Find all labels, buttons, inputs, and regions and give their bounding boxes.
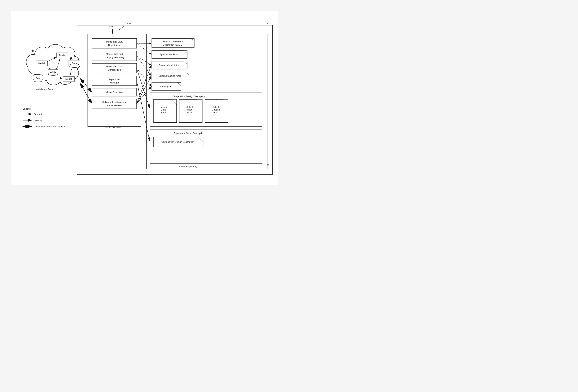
models-data-label: Models and Data: [35, 88, 53, 90]
comp-model-label3: Actor: [187, 111, 193, 114]
module1-label: Model and Data: [106, 40, 123, 43]
cloud-data3: Data: [35, 77, 41, 80]
repo2-label: Splash Data Actor: [159, 53, 178, 56]
legend-used-by: Used by: [34, 119, 42, 122]
cloud-model1: Model: [59, 54, 65, 57]
module6-label: Collaborative Reporting: [102, 100, 126, 103]
svg-rect-12: [92, 51, 136, 61]
svg-rect-13: [92, 63, 136, 73]
repo1-label: Schema and Model: [163, 40, 183, 43]
repo3-label: Splash Model Actor: [159, 64, 179, 67]
legend-title: Legend: [23, 107, 30, 110]
repo5-label: Ontologies: [160, 85, 171, 88]
comp-data-label2: Data: [161, 108, 166, 111]
comp-data-label3: Actor: [160, 111, 166, 114]
splash-modules-label: Splash Modules: [105, 126, 122, 129]
svg-rect-16: [92, 99, 136, 109]
user-label: User: [109, 25, 114, 28]
exp-setup-label: Experiment Setup Description: [174, 132, 204, 134]
comp-data-label: Splash: [159, 105, 167, 108]
svg-rect-18: [151, 39, 194, 47]
cloud-model3: Model: [65, 78, 72, 80]
comp-mapping-label3: Actor: [213, 111, 219, 114]
ref130-label: 130: [265, 22, 269, 25]
comp-mapping-label2: Mapping: [212, 108, 220, 111]
ref120-label: 120: [127, 22, 131, 25]
comp-model-label: Splash: [186, 105, 193, 108]
module5-label: Model Execution: [106, 91, 123, 94]
module4-label: Experiment: [108, 78, 120, 81]
diagram-container: 130 Splash Platform User 120 Splash Modu…: [11, 11, 278, 185]
cloud-model2: Model: [38, 62, 45, 65]
repo4-label: Splash Mapping Actor: [158, 75, 181, 77]
module3-label: Model and Data: [106, 65, 123, 68]
comp-model-label2: Model: [187, 108, 193, 111]
comp-design-desc-label: Composition Design Description: [161, 141, 194, 143]
module6-label2: & Visualization: [107, 104, 122, 107]
svg-rect-11: [92, 39, 136, 48]
comp-mapping-label: Splash: [212, 105, 220, 108]
legend-invocation: Model Invocation/Data Transfer: [34, 125, 66, 128]
repo1-label2: Description (SADL): [163, 43, 183, 46]
module2-label: Model, Data and: [106, 53, 123, 55]
comp-design-label: Composition Design Description: [173, 95, 205, 98]
splash-repository-label: Splash Repository: [178, 165, 197, 168]
module4-label2: Manager: [110, 81, 119, 84]
ref110-label: 110: [30, 50, 34, 52]
module3-label2: Composition: [108, 69, 121, 71]
legend-generates: Generates: [34, 113, 44, 115]
module1-label2: Registration: [108, 44, 120, 46]
module2-label2: Mapping Discovery: [104, 56, 124, 59]
cloud-data1: Data: [72, 62, 77, 65]
cloud-data2: Data: [50, 70, 55, 73]
